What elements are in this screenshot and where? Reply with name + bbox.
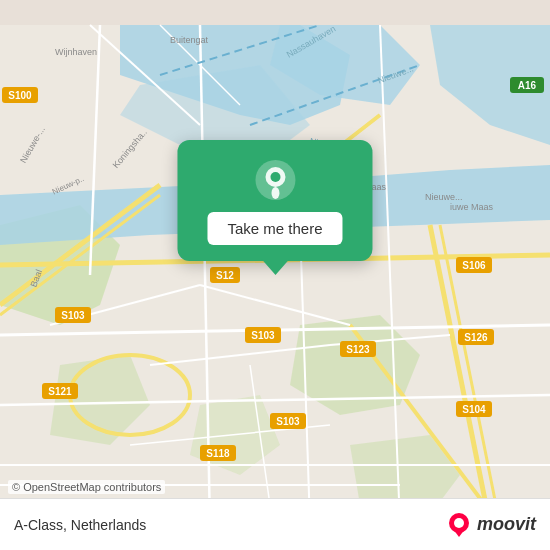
svg-text:S126: S126 <box>464 332 488 343</box>
svg-point-81 <box>454 518 464 528</box>
svg-text:S104: S104 <box>462 404 486 415</box>
svg-text:S118: S118 <box>206 448 230 459</box>
svg-text:A16: A16 <box>518 80 537 91</box>
map-background: S100 S103 S103 S103 S121 S118 S123 S126 … <box>0 0 550 550</box>
svg-text:S103: S103 <box>251 330 275 341</box>
bottom-bar: A-Class, Netherlands moovit <box>0 498 550 550</box>
svg-text:S103: S103 <box>276 416 300 427</box>
map-container: S100 S103 S103 S103 S121 S118 S123 S126 … <box>0 0 550 550</box>
svg-text:S103: S103 <box>61 310 85 321</box>
location-label: A-Class, Netherlands <box>14 517 146 533</box>
moovit-logo: moovit <box>445 511 536 539</box>
take-me-there-button[interactable]: Take me there <box>207 212 342 245</box>
attribution-text: © OpenStreetMap contributors <box>8 480 165 494</box>
svg-text:S123: S123 <box>346 344 370 355</box>
location-pin-icon <box>253 158 297 202</box>
svg-text:Nieuwe...: Nieuwe... <box>425 192 463 202</box>
svg-text:Wijnhaven: Wijnhaven <box>55 47 97 57</box>
moovit-logo-icon <box>445 511 473 539</box>
svg-point-77 <box>271 187 279 199</box>
svg-text:S106: S106 <box>462 260 486 271</box>
svg-point-78 <box>270 172 280 182</box>
popup-card: Take me there <box>177 140 372 261</box>
svg-text:S121: S121 <box>48 386 72 397</box>
moovit-logo-text: moovit <box>477 514 536 535</box>
svg-text:S100: S100 <box>8 90 32 101</box>
svg-text:iuwe Maas: iuwe Maas <box>450 202 494 212</box>
svg-marker-80 <box>453 529 465 537</box>
svg-text:Buitengat: Buitengat <box>170 35 209 45</box>
svg-text:S12: S12 <box>216 270 234 281</box>
